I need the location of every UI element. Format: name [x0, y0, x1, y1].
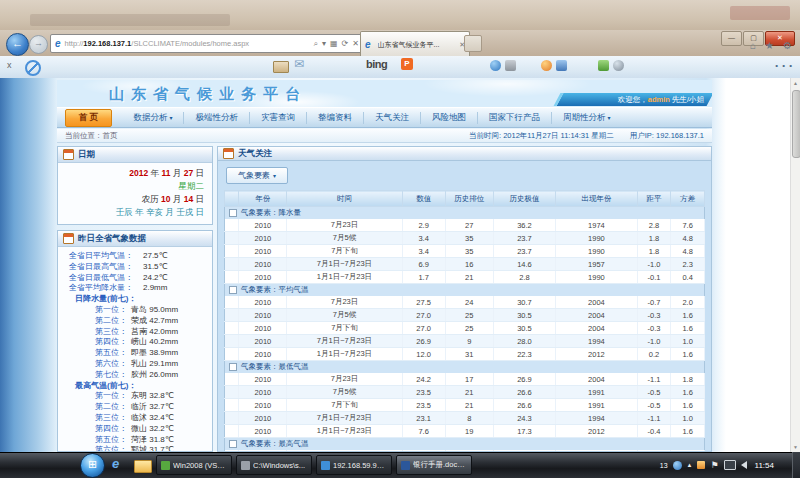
tray-show-hidden-icons[interactable]: ▲ — [687, 462, 693, 468]
site-header: 山东省气候业务平台 欢迎您，admin 先生/小姐 — [57, 80, 712, 107]
element-filter-button[interactable]: 气象要素▾ — [226, 167, 288, 184]
table-cell: 2010 — [239, 245, 287, 258]
rank-value[interactable]: 莒南 42.0mm — [131, 327, 178, 338]
rank-value[interactable]: 荣成 42.7mm — [131, 316, 178, 327]
stop-icon[interactable]: ✕ — [352, 39, 359, 48]
bing-logo[interactable]: bing — [366, 58, 387, 70]
compatibility-icon[interactable]: ▦ — [330, 39, 338, 48]
table-cell: 1.6 — [671, 386, 705, 399]
plugin-icon-4[interactable] — [556, 60, 567, 71]
nav-item-2[interactable]: 极端性分析 — [183, 112, 249, 124]
rank-value[interactable]: 即墨 38.9mm — [131, 348, 178, 359]
toolbar-close-icon[interactable]: x — [7, 61, 12, 70]
table-cell: 7月23日 — [287, 219, 402, 232]
table-cell: 24 — [445, 296, 493, 309]
rank-value[interactable]: 临沂 32.7℃ — [131, 402, 174, 413]
nav-item-6[interactable]: 风险地图 — [420, 112, 477, 124]
pin-icon[interactable]: P — [401, 58, 413, 70]
tray-update-icon[interactable] — [697, 461, 705, 469]
taskbar-explorer-icon[interactable] — [134, 460, 152, 473]
table-row: 20107月下旬3.43523.719901.84.8 — [225, 245, 705, 258]
scroll-down-icon[interactable]: ▼ — [791, 442, 800, 452]
nav-item-1[interactable]: 数据分析▾ — [122, 112, 183, 124]
table-cell: 2010 — [239, 399, 287, 412]
scrollbar-thumb[interactable] — [792, 90, 800, 158]
nav-item-7[interactable]: 国家下行产品 — [477, 112, 551, 124]
site-title: 山东省气候业务平台 — [109, 85, 307, 104]
back-button[interactable]: ← — [6, 33, 29, 56]
address-bar[interactable]: e http://192.168.137.1/SLCCLIMATE/module… — [50, 34, 364, 53]
table-cell: 23.5 — [402, 386, 445, 399]
rank-label: 第三位： — [61, 413, 127, 424]
tray-display-icon[interactable] — [724, 460, 736, 470]
mail-icon[interactable]: ✉ — [294, 57, 304, 71]
rank-value[interactable]: 青岛 95.0mm — [131, 305, 178, 316]
task-button-0[interactable]: Win2008 (VS2... — [156, 455, 232, 475]
rank-value[interactable]: 临沭 32.4℃ — [131, 413, 174, 424]
blocked-circle-icon[interactable] — [25, 60, 41, 76]
rank-value[interactable]: 崂山 40.2mm — [131, 337, 178, 348]
table-cell: 2010 — [239, 335, 287, 348]
task-button-2[interactable]: 192.168.59.99... — [316, 455, 392, 475]
nav-item-8[interactable]: 周期性分析▾ — [551, 112, 622, 124]
group-checkbox[interactable] — [229, 209, 237, 217]
forward-button[interactable]: → — [29, 35, 48, 54]
task-button-3[interactable]: 银行手册.docx ... — [396, 455, 472, 475]
taskbar-ie-icon[interactable]: e — [112, 456, 119, 471]
browser-tab[interactable]: e 山东省气候业务平... ✕ — [360, 31, 470, 57]
plugin-icon-2[interactable] — [505, 60, 516, 71]
table-cell: 2010 — [239, 322, 287, 335]
nav-item-3[interactable]: 灾害查询 — [249, 112, 306, 124]
rank-value[interactable]: 郓城 31.7℃ — [131, 445, 174, 452]
table-cell: 19 — [445, 425, 493, 438]
vertical-scrollbar[interactable]: ▲ ▼ — [790, 78, 800, 452]
search-icon[interactable]: ⌕ — [314, 39, 318, 49]
rank-value[interactable]: 东明 32.8℃ — [131, 391, 174, 402]
toolbar-overflow-dots[interactable]: • • • — [775, 61, 793, 70]
search-caret-icon[interactable]: ▾ — [322, 39, 326, 48]
start-button[interactable]: ⊞ — [80, 453, 105, 478]
table-cell: 23.1 — [402, 412, 445, 425]
refresh-icon[interactable]: ⟳ — [342, 39, 349, 48]
tray-action-center-flag-icon[interactable]: ⚑ — [710, 460, 718, 470]
yesterday-panel-title: 昨日全省气象数据 — [78, 233, 146, 245]
group-checkbox[interactable] — [229, 440, 237, 448]
show-desktop-button[interactable] — [792, 452, 800, 478]
task-button-1[interactable]: C:\Windows\s... — [236, 455, 312, 475]
table-cell: 7月1日~7月23日 — [287, 335, 402, 348]
rank-value[interactable]: 菏泽 31.8℃ — [131, 435, 174, 446]
calendar-panel: 日期 2012 年 11 月 27 日 星期二 农历 10 月 14 日 壬辰 … — [57, 146, 213, 225]
home-icon[interactable]: ⌂ — [750, 40, 756, 51]
group-header-inner: 气象要素：平均气温 — [226, 285, 703, 295]
new-tab-button[interactable] — [464, 35, 482, 52]
group-checkbox[interactable] — [229, 286, 237, 294]
tray-volume-icon[interactable] — [741, 461, 747, 469]
tray-network-globe-icon[interactable] — [673, 461, 682, 470]
plugin-icon-1[interactable] — [490, 60, 501, 71]
nav-item-4[interactable]: 整编资料 — [306, 112, 363, 124]
background-window-close-shadow — [730, 6, 790, 20]
group-title: 气象要素：最低气温 — [241, 362, 309, 372]
taskbar-clock[interactable]: 11:54 — [755, 461, 774, 470]
plugin-icon-6[interactable] — [613, 60, 624, 71]
table-cell: 1.0 — [671, 335, 705, 348]
group-checkbox[interactable] — [229, 363, 237, 371]
scroll-up-icon[interactable]: ▲ — [791, 78, 800, 88]
table-cell: 30.5 — [493, 322, 555, 335]
table-cell: 1990 — [556, 271, 638, 284]
table-cell: 26.9 — [402, 335, 445, 348]
table-cell: 1990 — [556, 245, 638, 258]
group-header-cell: 气象要素：最高气温 — [225, 438, 705, 451]
nav-item-0[interactable]: 首 页 — [65, 109, 112, 127]
plugin-icon-3[interactable] — [541, 60, 552, 71]
rank-value[interactable]: 乳山 29.1mm — [131, 359, 178, 370]
plugin-icon-5[interactable] — [598, 60, 609, 71]
rank-value[interactable]: 微山 32.2℃ — [131, 424, 174, 435]
rank-value[interactable]: 胶州 26.0mm — [131, 370, 178, 381]
tools-gear-icon[interactable]: ⚙ — [783, 40, 792, 51]
card-icon[interactable] — [273, 61, 289, 73]
nav-item-5[interactable]: 天气关注 — [363, 112, 420, 124]
table-cell: 2.8 — [493, 271, 555, 284]
minimize-button[interactable]: — — [721, 31, 742, 46]
favorites-star-icon[interactable]: ★ — [765, 40, 774, 51]
